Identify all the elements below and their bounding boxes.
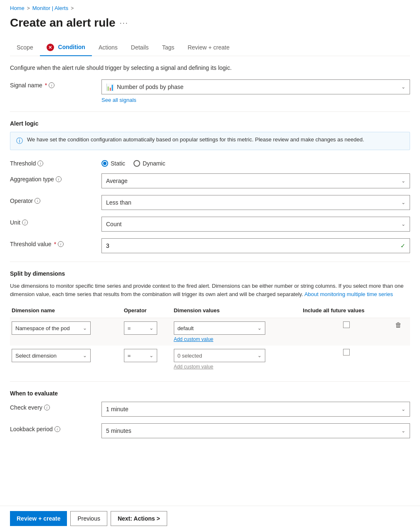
operator-row: Operator i Less than ⌄: [10, 195, 410, 210]
unit-value: Count: [106, 221, 121, 227]
threshold-info-icon[interactable]: i: [37, 161, 43, 166]
lookback-period-label: Lookback period i: [10, 423, 101, 432]
page-title-row: Create an alert rule ···: [10, 16, 410, 30]
dim-row-2-operator-value: =: [128, 353, 131, 359]
unit-chevron-icon: ⌄: [401, 221, 405, 227]
dim-row-1-add-custom-link[interactable]: Add custom value: [174, 336, 300, 342]
dim-row-1-delete-button[interactable]: 🗑: [393, 320, 403, 330]
threshold-value-control: ✓: [101, 238, 410, 253]
threshold-row: Threshold i Static Dynamic: [10, 158, 410, 167]
lookback-period-info-icon[interactable]: i: [54, 426, 60, 432]
aggregation-type-chevron-icon: ⌄: [401, 178, 405, 184]
dimensions-col-values: Dimension values: [172, 305, 301, 318]
dim-row-1-include-cell: [301, 318, 392, 346]
threshold-dynamic-label: Dynamic: [143, 160, 165, 167]
dim-row-1-include-checkbox[interactable]: [343, 321, 350, 328]
lookback-period-row: Lookback period i 5 minutes ⌄: [10, 423, 410, 438]
dimensions-table: Dimension name Operator Dimension values…: [10, 305, 410, 373]
dim-row-2-name-cell: Select dimension ⌄: [10, 346, 122, 373]
unit-dropdown[interactable]: Count ⌄: [101, 217, 410, 232]
threshold-dynamic-radio[interactable]: [133, 160, 140, 167]
tab-condition[interactable]: ✕ Condition: [40, 40, 92, 56]
signal-name-value: Number of pods by phase: [117, 84, 401, 90]
info-box-text: We have set the condition configuration …: [27, 136, 364, 143]
tab-tags[interactable]: Tags: [156, 40, 181, 56]
divider-1: [10, 111, 410, 112]
tab-scope[interactable]: Scope: [10, 40, 40, 56]
breadcrumb: Home > Monitor | Alerts >: [10, 5, 410, 11]
lookback-period-control: 5 minutes ⌄: [101, 423, 410, 438]
see-all-signals-link[interactable]: See all signals: [101, 97, 410, 103]
dim-row-2-include-checkbox[interactable]: [343, 349, 350, 356]
breadcrumb-monitor-alerts[interactable]: Monitor | Alerts: [32, 5, 68, 11]
divider-3: [10, 381, 410, 382]
threshold-static-radio[interactable]: [101, 160, 108, 167]
unit-info-icon[interactable]: i: [22, 220, 28, 225]
alert-logic-header: Alert logic: [10, 120, 410, 127]
dim-row-1-value-cell: default ⌄ Add custom value: [172, 318, 301, 346]
check-every-info-icon[interactable]: i: [44, 405, 50, 410]
check-every-row: Check every i 1 minute ⌄: [10, 402, 410, 417]
unit-label: Unit i: [10, 217, 101, 226]
dimensions-description: Use dimensions to monitor specific time …: [10, 282, 410, 298]
dim-row-2-delete-cell: [392, 346, 410, 373]
unit-row: Unit i Count ⌄: [10, 217, 410, 232]
page-title-ellipsis-menu[interactable]: ···: [120, 19, 128, 27]
dim-row-2-add-custom-link[interactable]: Add custom value: [174, 364, 300, 370]
monitoring-multiple-time-series-link[interactable]: About monitoring multiple time series: [304, 291, 393, 297]
dimensions-col-future: Include all future values: [301, 305, 392, 318]
signal-name-dropdown[interactable]: 📊 Number of pods by phase ⌄: [101, 79, 410, 94]
dim-row-2-name-dropdown[interactable]: Select dimension ⌄: [12, 349, 91, 362]
operator-dropdown[interactable]: Less than ⌄: [101, 195, 410, 210]
condition-error-icon: ✕: [47, 44, 54, 51]
breadcrumb-home[interactable]: Home: [10, 5, 25, 11]
alert-logic-info-box: ⓘ We have set the condition configuratio…: [10, 132, 410, 150]
dim-row-2-value-value: 0 selected: [178, 353, 202, 359]
tab-review-create[interactable]: Review + create: [181, 40, 236, 56]
tab-actions-label: Actions: [99, 44, 118, 51]
dim-row-1-delete-cell: 🗑: [392, 318, 410, 346]
alert-logic-section: Alert logic ⓘ We have set the condition …: [10, 120, 410, 253]
dim-row-1-operator-dropdown[interactable]: = ⌄: [124, 321, 157, 335]
signal-name-info-icon[interactable]: i: [49, 82, 54, 88]
check-every-chevron-icon: ⌄: [401, 406, 405, 412]
check-every-value: 1 minute: [106, 406, 128, 412]
threshold-value-info-icon[interactable]: i: [58, 241, 64, 247]
dim-row-2-operator-cell: = ⌄: [122, 346, 172, 373]
signal-name-chevron-icon: ⌄: [401, 84, 405, 90]
dim-row-1-name-value: Namespace of the pod: [15, 325, 70, 331]
lookback-period-dropdown[interactable]: 5 minutes ⌄: [101, 423, 410, 438]
tab-scope-label: Scope: [17, 44, 33, 51]
split-by-dimensions-section: Split by dimensions Use dimensions to mo…: [10, 270, 410, 373]
dim-row-1-operator-value: =: [128, 325, 131, 331]
signal-chart-icon: 📊: [106, 83, 114, 91]
dim-row-2-operator-dropdown[interactable]: = ⌄: [124, 349, 157, 362]
dimensions-header-row: Dimension name Operator Dimension values…: [10, 305, 410, 318]
dimensions-col-operator: Operator: [122, 305, 172, 318]
dimension-row-1: Namespace of the pod ⌄ = ⌄ default: [10, 318, 410, 346]
threshold-dynamic-option[interactable]: Dynamic: [133, 160, 165, 167]
threshold-static-option[interactable]: Static: [101, 160, 125, 167]
dim-row-1-operator-cell: = ⌄: [122, 318, 172, 346]
dim-row-2-value-dropdown[interactable]: 0 selected ⌄: [174, 349, 265, 362]
divider-2: [10, 262, 410, 262]
tab-tags-label: Tags: [162, 44, 175, 51]
breadcrumb-sep1: >: [27, 5, 30, 11]
threshold-value-input[interactable]: [102, 240, 396, 252]
check-every-dropdown[interactable]: 1 minute ⌄: [101, 402, 410, 417]
dimension-row-2: Select dimension ⌄ = ⌄ 0 selected: [10, 346, 410, 373]
dim-row-1-name-dropdown[interactable]: Namespace of the pod ⌄: [12, 321, 91, 335]
aggregation-info-icon[interactable]: i: [56, 176, 62, 182]
threshold-radio-group: Static Dynamic: [101, 158, 410, 167]
dim-row-1-value-dropdown[interactable]: default ⌄: [174, 321, 265, 335]
aggregation-type-dropdown[interactable]: Average ⌄: [101, 173, 410, 188]
dim-row-1-value-chevron-icon: ⌄: [257, 325, 262, 331]
wizard-tabs: Scope ✕ Condition Actions Details Tags R…: [10, 40, 410, 56]
aggregation-type-control: Average ⌄: [101, 173, 410, 188]
lookback-period-value: 5 minutes: [106, 427, 131, 434]
operator-info-icon[interactable]: i: [35, 198, 40, 204]
tab-actions[interactable]: Actions: [92, 40, 124, 56]
dim-row-1-name-cell: Namespace of the pod ⌄: [10, 318, 122, 346]
threshold-value-row: Threshold value * i ✓: [10, 238, 410, 253]
tab-details[interactable]: Details: [124, 40, 156, 56]
